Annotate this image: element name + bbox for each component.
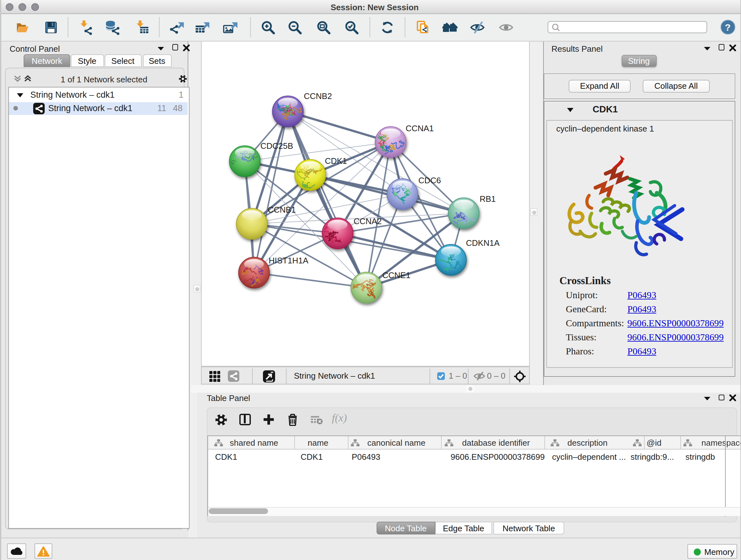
svg-text:RB1: RB1: [480, 194, 496, 204]
svg-text:CDKN1A: CDKN1A: [466, 238, 500, 248]
svg-text:CDK1: CDK1: [325, 156, 347, 166]
svg-text:CDC6: CDC6: [418, 176, 441, 185]
svg-text:CCNA1: CCNA1: [406, 124, 434, 133]
svg-text:CCNB2: CCNB2: [304, 91, 332, 101]
svg-text:CCNB1: CCNB1: [268, 205, 296, 214]
svg-text:CDC25B: CDC25B: [260, 141, 293, 151]
svg-text:CCNE1: CCNE1: [382, 270, 410, 280]
svg-text:CCNA2: CCNA2: [354, 216, 382, 226]
svg-text:HIST1H1A: HIST1H1A: [269, 256, 309, 265]
